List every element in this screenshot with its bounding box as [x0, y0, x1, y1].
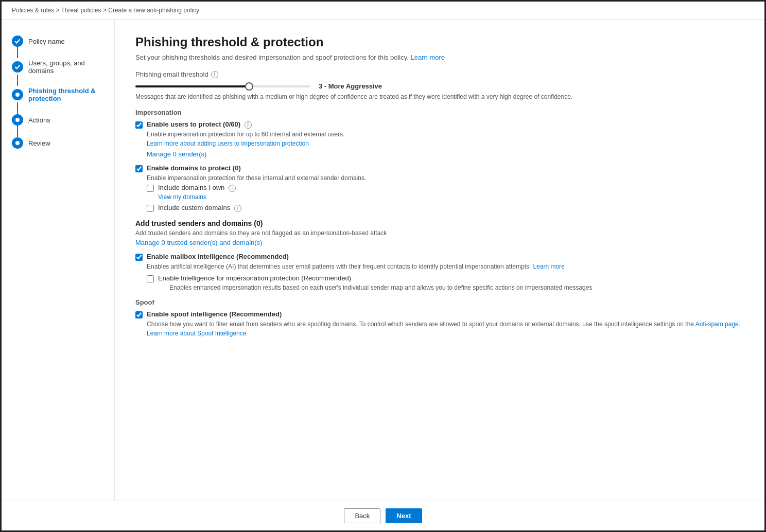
enable-domains-row: Enable domains to protect (0): [135, 164, 744, 172]
breadcrumb: Policies & rules > Threat policies > Cre…: [2, 2, 764, 20]
mailbox-intelligence-desc: Enables artificial intelligence (AI) tha…: [147, 263, 744, 270]
breadcrumb-part-1: Policies & rules: [12, 7, 54, 14]
include-custom-domains-row: Include custom domains i: [147, 204, 744, 212]
breadcrumb-part-3: Create a new anti-phishing policy: [108, 7, 199, 14]
enable-users-learn-more[interactable]: Learn more about adding users to imperso…: [147, 140, 744, 147]
enable-users-desc: Enable impersonation protection for up t…: [147, 131, 744, 138]
view-my-domains-link[interactable]: View my domains: [158, 193, 744, 201]
slider-value: 3 - More Aggressive: [319, 82, 382, 90]
intelligence-protection-row: Enable Intelligence for impersonation pr…: [147, 274, 744, 282]
slider-track: [135, 85, 310, 87]
trusted-senders-desc: Add trusted senders and domains so they …: [135, 229, 744, 237]
step-icon-review: [12, 137, 23, 149]
enable-users-checkbox[interactable]: [135, 121, 143, 129]
include-custom-domains-label: Include custom domains i: [158, 204, 241, 212]
enable-users-label: Enable users to protect (0/60) i: [147, 120, 252, 129]
enable-domains-label: Enable domains to protect (0): [147, 164, 241, 172]
content-area: Phishing threshold & protection Set your…: [115, 20, 764, 501]
threshold-label: Phishing email threshold i: [135, 70, 744, 78]
include-domains-own-row: Include domains I own i: [147, 184, 744, 192]
breadcrumb-part-2: Threat policies: [61, 7, 101, 14]
step-icon-policy-name: [12, 36, 23, 47]
enable-users-info-icon[interactable]: i: [245, 121, 252, 129]
step-label-users-groups: Users, groups, and domains: [28, 58, 104, 75]
enable-spoof-row: Enable spoof intelligence (Recommended): [135, 310, 744, 318]
page-title: Phishing threshold & protection: [135, 35, 744, 49]
step-label-actions: Actions: [28, 115, 50, 124]
step-icon-users-groups: [12, 61, 23, 73]
step-label-phishing-threshold: Phishing threshold & protection: [28, 86, 104, 102]
step-icon-phishing-threshold: [12, 89, 23, 100]
learn-more-link-top[interactable]: Learn more: [411, 54, 445, 61]
slider-thumb: [245, 82, 253, 91]
mailbox-intelligence-label: Enable mailbox intelligence (Recommended…: [147, 253, 289, 260]
slider-description: Messages that are identified as phishing…: [135, 93, 744, 100]
enable-spoof-desc: Choose how you want to filter email from…: [147, 321, 744, 328]
intelligence-protection-checkbox[interactable]: [147, 275, 154, 282]
include-domains-own-checkbox[interactable]: [147, 185, 154, 192]
mailbox-intelligence-row: Enable mailbox intelligence (Recommended…: [135, 253, 744, 261]
include-domains-own-info[interactable]: i: [229, 185, 236, 192]
mailbox-intelligence-learn-more[interactable]: Learn more: [533, 263, 564, 270]
include-domains-own-label: Include domains I own i: [158, 184, 236, 192]
breadcrumb-sep-1: >: [56, 7, 61, 14]
step-icon-actions: [12, 114, 23, 126]
back-button[interactable]: Back: [344, 508, 380, 523]
include-custom-domains-info[interactable]: i: [234, 205, 241, 212]
enable-domains-desc: Enable impersonation protection for thes…: [147, 174, 744, 182]
page-subtitle: Set your phishing thresholds and desired…: [135, 54, 744, 61]
impersonation-section-label: Impersonation: [135, 109, 744, 116]
next-button[interactable]: Next: [386, 508, 422, 523]
intelligence-protection-desc: Enables enhanced impersonation results b…: [169, 284, 744, 291]
manage-trusted-senders-link[interactable]: Manage 0 trusted sender(s) and domain(s): [135, 239, 744, 246]
manage-senders-link[interactable]: Manage 0 sender(s): [147, 150, 744, 158]
slider-fill: [135, 85, 249, 87]
spoof-learn-more-link[interactable]: Learn more about Spoof Intelligence: [147, 330, 744, 337]
threshold-info-icon[interactable]: i: [211, 71, 218, 78]
step-label-review: Review: [28, 138, 50, 147]
step-label-policy-name: Policy name: [28, 37, 65, 45]
phishing-threshold-slider[interactable]: 3 - More Aggressive: [135, 82, 744, 90]
spoof-section-label: Spoof: [135, 298, 744, 306]
footer-bar: Back Next: [2, 501, 764, 530]
enable-domains-checkbox[interactable]: [135, 165, 143, 172]
sidebar: Policy name Users, groups, and domains: [2, 20, 115, 501]
enable-spoof-checkbox[interactable]: [135, 311, 143, 318]
enable-spoof-label: Enable spoof intelligence (Recommended): [147, 310, 282, 318]
breadcrumb-sep-2: >: [103, 7, 108, 14]
include-custom-domains-checkbox[interactable]: [147, 205, 154, 212]
enable-users-row: Enable users to protect (0/60) i: [135, 120, 744, 129]
mailbox-intelligence-checkbox[interactable]: [135, 254, 143, 261]
intelligence-protection-label: Enable Intelligence for impersonation pr…: [158, 274, 351, 282]
anti-spam-link[interactable]: Anti-spam page.: [695, 321, 740, 328]
trusted-senders-title: Add trusted senders and domains (0): [135, 219, 744, 227]
